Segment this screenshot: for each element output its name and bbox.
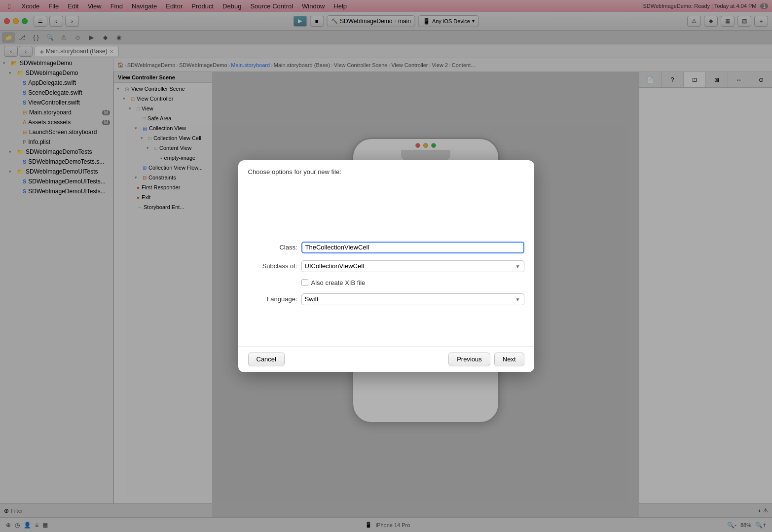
language-label: Language: [248,295,297,303]
class-label: Class: [248,244,297,251]
subclass-form-row: Subclass of: UICollectionViewCell UITabl… [248,260,524,272]
xib-checkbox[interactable] [301,279,308,286]
dialog-empty-area [248,187,524,242]
language-select[interactable]: Swift Objective-C [301,293,524,305]
xib-label: Also create XIB file [311,279,366,286]
new-file-dialog: Choose options for your new file: Class:… [238,160,534,372]
xib-checkbox-row: Also create XIB file [301,279,524,286]
language-select-wrapper: Swift Objective-C ▼ [301,293,524,305]
subclass-select[interactable]: UICollectionViewCell UITableViewCell UIV… [301,260,524,272]
modal-overlay: Choose options for your new file: Class:… [0,0,772,532]
dialog-body: Class: Subclass of: UICollectionViewCell… [238,179,534,346]
class-form-row: Class: [248,242,524,253]
class-input[interactable] [301,242,524,253]
dialog-title: Choose options for your new file: [238,160,534,179]
previous-button[interactable]: Previous [448,353,490,366]
next-button[interactable]: Next [494,353,524,366]
subclass-label: Subclass of: [248,262,297,270]
subclass-select-wrapper: UICollectionViewCell UITableViewCell UIV… [301,260,524,272]
cancel-button[interactable]: Cancel [248,353,285,366]
language-form-row: Language: Swift Objective-C ▼ [248,293,524,305]
dialog-footer: Cancel Previous Next [238,346,534,372]
